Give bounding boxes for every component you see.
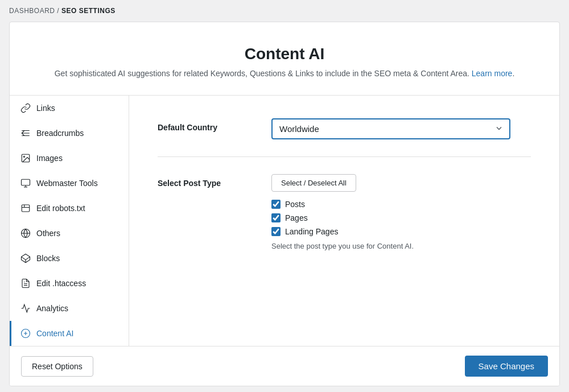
- pages-label[interactable]: Pages: [285, 213, 308, 222]
- default-country-control: Worldwide United States United Kingdom C…: [271, 118, 531, 139]
- sidebar-item-edit-htaccess[interactable]: Edit .htaccess: [10, 271, 129, 296]
- main-layout: Links Breadcrumbs Images Webmaster Tools: [10, 96, 559, 346]
- checkbox-item-posts: Posts: [271, 200, 531, 209]
- svg-point-4: [23, 156, 24, 157]
- robots-icon: [20, 203, 31, 213]
- country-select-wrapper: Worldwide United States United Kingdom C…: [271, 118, 510, 139]
- sidebar: Links Breadcrumbs Images Webmaster Tools: [10, 96, 129, 346]
- breadcrumb-current: SEO SETTINGS: [61, 7, 116, 15]
- country-select[interactable]: Worldwide United States United Kingdom C…: [271, 118, 510, 139]
- analytics-icon: [20, 303, 31, 313]
- sidebar-label-images: Images: [36, 154, 63, 163]
- sidebar-label-analytics: Analytics: [36, 304, 68, 313]
- sidebar-label-breadcrumbs: Breadcrumbs: [36, 129, 84, 138]
- sidebar-label-links: Links: [36, 104, 55, 113]
- sidebar-item-others[interactable]: Others: [10, 221, 129, 246]
- checkbox-item-pages: Pages: [271, 213, 531, 222]
- sidebar-label-content-ai: Content AI: [36, 329, 73, 338]
- page-header: Content AI Get sophisticated AI suggesti…: [10, 22, 559, 96]
- sidebar-item-content-ai[interactable]: Content AI: [10, 321, 129, 346]
- sidebar-label-edit-robots: Edit robots.txt: [36, 204, 85, 213]
- sidebar-label-blocks: Blocks: [36, 254, 60, 263]
- others-icon: [20, 228, 31, 238]
- default-country-row: Default Country Worldwide United States …: [158, 118, 531, 157]
- posts-label[interactable]: Posts: [285, 200, 305, 209]
- learn-more-link[interactable]: Learn more: [472, 69, 513, 78]
- footer-bar: Reset Options Save Changes: [10, 346, 559, 386]
- page-title: Content AI: [21, 45, 548, 63]
- sidebar-label-others: Others: [36, 229, 60, 238]
- sidebar-label-webmaster-tools: Webmaster Tools: [36, 179, 98, 188]
- svg-rect-5: [22, 179, 30, 185]
- reset-options-button[interactable]: Reset Options: [21, 356, 93, 377]
- select-post-type-label: Select Post Type: [158, 174, 271, 188]
- sidebar-item-blocks[interactable]: Blocks: [10, 246, 129, 271]
- sidebar-item-webmaster-tools[interactable]: Webmaster Tools: [10, 171, 129, 196]
- save-changes-button[interactable]: Save Changes: [465, 356, 548, 377]
- select-deselect-all-button[interactable]: Select / Deselect All: [271, 174, 356, 192]
- sidebar-item-edit-robots[interactable]: Edit robots.txt: [10, 196, 129, 221]
- sidebar-label-edit-htaccess: Edit .htaccess: [36, 279, 86, 288]
- htaccess-icon: [20, 278, 31, 288]
- sidebar-item-images[interactable]: Images: [10, 146, 129, 171]
- images-icon: [20, 153, 31, 163]
- pages-checkbox[interactable]: [271, 213, 281, 222]
- sidebar-item-links[interactable]: Links: [10, 96, 129, 121]
- select-post-type-row: Select Post Type Select / Deselect All P…: [158, 174, 531, 267]
- checkbox-item-landing-pages: Landing Pages: [271, 227, 531, 236]
- landing-pages-checkbox[interactable]: [271, 227, 281, 236]
- breadcrumb-separator: /: [57, 7, 59, 15]
- select-post-type-control: Select / Deselect All Posts Pages Lan: [271, 174, 531, 250]
- breadcrumb: DASHBOARD / SEO SETTINGS: [0, 0, 569, 22]
- post-type-helper-text: Select the post type you use for Content…: [271, 242, 531, 250]
- breadcrumb-icon: [20, 128, 31, 138]
- sidebar-item-breadcrumbs[interactable]: Breadcrumbs: [10, 121, 129, 146]
- main-container: Content AI Get sophisticated AI suggesti…: [9, 22, 560, 386]
- checkbox-list: Posts Pages Landing Pages: [271, 200, 531, 236]
- webmaster-icon: [20, 178, 31, 188]
- svg-rect-8: [22, 205, 30, 212]
- posts-checkbox[interactable]: [271, 200, 281, 209]
- sidebar-item-analytics[interactable]: Analytics: [10, 296, 129, 321]
- breadcrumb-dashboard: DASHBOARD: [9, 7, 55, 15]
- page-description: Get sophisticated AI suggestions for rel…: [21, 69, 548, 78]
- content-area: Default Country Worldwide United States …: [129, 96, 559, 346]
- link-icon: [20, 103, 31, 113]
- default-country-label: Default Country: [158, 118, 271, 132]
- content-ai-icon: [20, 328, 31, 339]
- landing-pages-label[interactable]: Landing Pages: [285, 227, 338, 236]
- blocks-icon: [20, 253, 31, 263]
